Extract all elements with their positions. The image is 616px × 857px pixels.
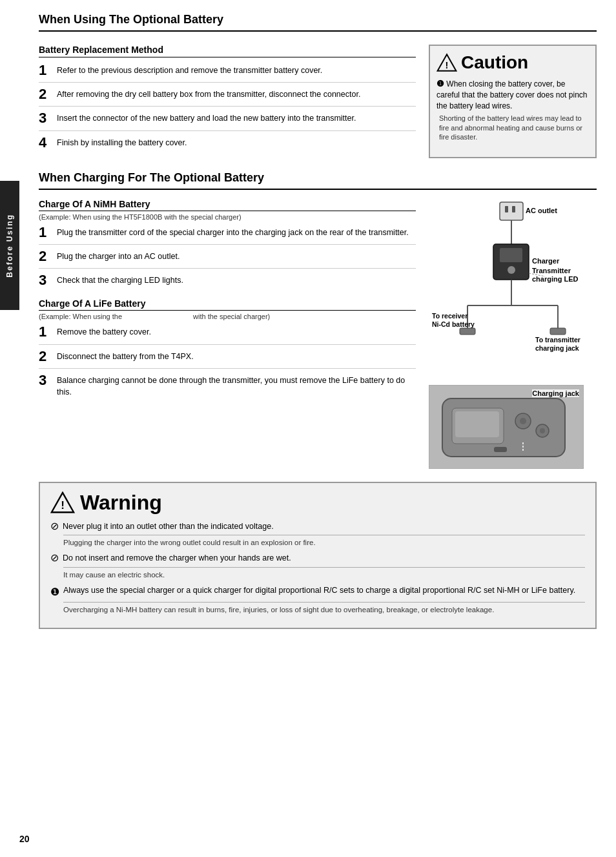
- life-step-num-2: 2: [39, 349, 57, 364]
- warning-item-1-text: Never plug it into an outlet other than …: [63, 521, 274, 533]
- battery-step-1: 1 Refer to the previous description and …: [39, 63, 416, 83]
- nimh-example: (Example: When using the HT5F1800B with …: [39, 213, 416, 221]
- nimh-step-1: 1 Plug the transmitter cord of the speci…: [39, 225, 416, 245]
- transmitter-charging-led-label: Transmitter: [532, 267, 571, 274]
- warning-item-2-text: Do not insert and remove the charger whe…: [63, 553, 291, 564]
- life-step-text-2: Disconnect the battery from the T4PX.: [57, 349, 194, 363]
- svg-point-26: [540, 428, 545, 433]
- nimh-step-num-1: 1: [39, 225, 57, 240]
- svg-rect-3: [505, 206, 508, 212]
- svg-rect-2: [500, 202, 523, 220]
- battery-step-4: 4 Finish by installing the battery cover…: [39, 135, 416, 154]
- nimh-step-text-1: Plug the transmitter cord of the special…: [57, 225, 409, 239]
- caution-item-1-text: When closing the battery cover, be caref…: [436, 79, 587, 110]
- top-section-title: When Using The Optional Battery: [39, 13, 597, 32]
- charging-section: When Charging For The Optional Battery C…: [39, 171, 597, 469]
- ac-outlet-label: AC outlet: [526, 207, 557, 214]
- nimh-title: Charge Of A NiMH Battery: [39, 199, 416, 211]
- warning-triangle-icon: !: [50, 491, 75, 514]
- svg-rect-7: [500, 248, 522, 262]
- svg-rect-22: [455, 411, 499, 437]
- page-number: 20: [19, 834, 30, 844]
- nimh-step-num-2: 2: [39, 249, 57, 264]
- charger-label: Charger: [532, 257, 560, 265]
- svg-text:!: !: [61, 500, 65, 512]
- life-example-text-1: (Example: When using the: [39, 313, 122, 320]
- step-number-1: 1: [39, 63, 57, 78]
- svg-point-24: [520, 418, 526, 424]
- life-step-text-3: Balance charging cannot be done through …: [57, 373, 416, 399]
- charging-content: Charge Of A NiMH Battery (Example: When …: [39, 199, 597, 469]
- step-number-3: 3: [39, 110, 57, 126]
- warning-item-2: ⊘ Do not insert and remove the charger w…: [50, 553, 585, 564]
- charging-diagram: AC outlet Charger Transmitter charging L…: [429, 199, 597, 469]
- to-transmitter-label: To transmitter: [535, 336, 580, 344]
- charging-jack-image: Charging jack: [429, 385, 584, 469]
- caution-item-1-sub: Shorting of the battery lead wires may l…: [439, 114, 589, 143]
- svg-rect-17: [550, 328, 566, 335]
- life-example: (Example: When using the with the specia…: [39, 313, 416, 320]
- caution-triangle-icon: !: [436, 52, 457, 73]
- warning-item-1: ⊘ Never plug it into an outlet other tha…: [50, 521, 585, 533]
- nimh-step-text-2: Plug the charger into an AC outlet.: [57, 249, 180, 263]
- side-tab-label: Before Using: [5, 214, 14, 278]
- warning-item-3-sub: Overcharging a Ni-MH battery can result …: [63, 602, 585, 615]
- no-symbol-2: ⊘: [50, 553, 59, 563]
- charging-jack-svg: [429, 386, 583, 468]
- svg-text:Ni-Cd battery: Ni-Cd battery: [432, 320, 475, 328]
- battery-step-2: 2 After removing the dry cell battery bo…: [39, 87, 416, 107]
- side-tab: Before Using: [0, 181, 19, 310]
- warning-item-2-sub: It may cause an electric shock.: [63, 567, 585, 580]
- life-example-text-2: with the special charger): [193, 313, 270, 320]
- life-step-3: 3 Balance charging cannot be done throug…: [39, 373, 416, 403]
- nimh-step-text-3: Check that the charging LED lights.: [57, 273, 183, 287]
- warning-section: ! Warning ⊘ Never plug it into an outlet…: [39, 482, 597, 630]
- nimh-area: Charge Of A NiMH Battery (Example: When …: [39, 199, 416, 293]
- charger-diagram-svg: AC outlet Charger Transmitter charging L…: [429, 199, 597, 380]
- svg-text:charging LED: charging LED: [532, 275, 579, 283]
- warning-item-3-text: Always use the special charger or a quic…: [63, 585, 575, 597]
- warning-item-1-sub: Plugging the charger into the wrong outl…: [63, 535, 585, 548]
- warning-title: ! Warning: [50, 491, 585, 515]
- step-number-4: 4: [39, 135, 57, 150]
- caution-title-text: Caution: [461, 52, 528, 73]
- nimh-step-3: 3 Check that the charging LED lights.: [39, 273, 416, 292]
- charging-jack-label: Charging jack: [532, 389, 579, 397]
- svg-rect-27: [494, 447, 507, 452]
- life-area: Charge Of A LiFe Battery (Example: When …: [39, 298, 416, 402]
- nimh-step-num-3: 3: [39, 273, 57, 288]
- life-step-1: 1 Remove the battery cover.: [39, 324, 416, 344]
- life-step-text-1: Remove the battery cover.: [57, 324, 151, 338]
- step-number-2: 2: [39, 87, 57, 102]
- charging-steps-area: Charge Of A NiMH Battery (Example: When …: [39, 199, 416, 469]
- caution-box: ! Caution ❶ When closing the battery cov…: [429, 45, 597, 158]
- main-content: When Using The Optional Battery Battery …: [26, 0, 616, 642]
- svg-point-8: [508, 266, 515, 274]
- step-text-4: Finish by installing the battery cover.: [57, 135, 187, 149]
- no-symbol-1: ⊘: [50, 521, 59, 532]
- caution-bullet-1: ❶: [436, 79, 444, 88]
- battery-replacement-title: Battery Replacement Method: [39, 45, 416, 57]
- life-title: Charge Of A LiFe Battery: [39, 298, 416, 311]
- warning-title-text: Warning: [80, 491, 162, 515]
- info-bullet-3: ❶: [50, 585, 59, 599]
- life-step-num-1: 1: [39, 324, 57, 340]
- step-text-3: Insert the connector of the new battery …: [57, 110, 356, 125]
- life-step-2: 2 Disconnect the battery from the T4PX.: [39, 349, 416, 369]
- svg-text:!: !: [446, 60, 449, 70]
- to-receiver-label: To receiver: [432, 312, 467, 320]
- battery-replacement-area: Battery Replacement Method 1 Refer to th…: [39, 45, 597, 158]
- charging-section-title: When Charging For The Optional Battery: [39, 171, 597, 190]
- battery-step-3: 3 Insert the connector of the new batter…: [39, 110, 416, 130]
- step-text-2: After removing the dry cell battery box …: [57, 87, 360, 101]
- svg-text:charging jack: charging jack: [535, 344, 579, 352]
- warning-item-3: ❶ Always use the special charger or a qu…: [50, 585, 585, 599]
- step-text-1: Refer to the previous description and re…: [57, 63, 322, 77]
- caution-title: ! Caution: [436, 52, 589, 73]
- caution-item-1: ❶ When closing the battery cover, be car…: [436, 78, 589, 142]
- life-step-num-3: 3: [39, 373, 57, 388]
- svg-rect-14: [460, 328, 475, 335]
- page-container: Before Using 20 When Using The Optional …: [0, 0, 616, 857]
- nimh-step-2: 2 Plug the charger into an AC outlet.: [39, 249, 416, 269]
- battery-steps: Battery Replacement Method 1 Refer to th…: [39, 45, 416, 158]
